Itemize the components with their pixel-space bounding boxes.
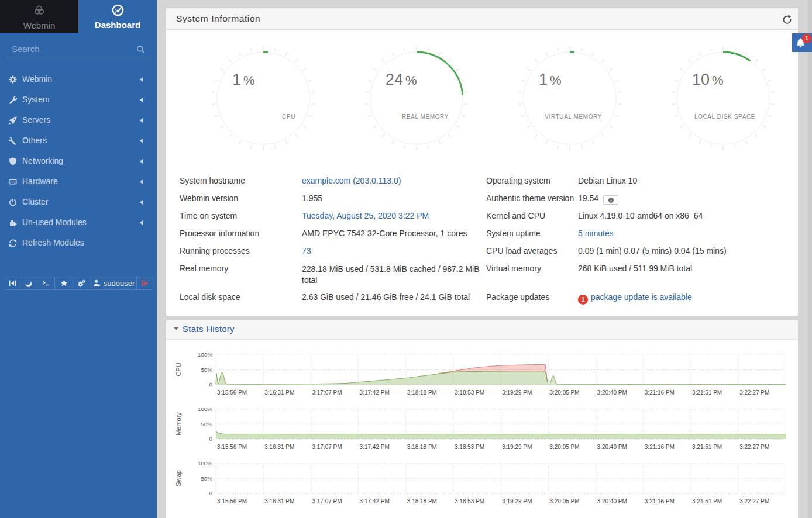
svg-text:3:16:31 PM: 3:16:31 PM: [264, 498, 294, 505]
svg-text:3:22:27 PM: 3:22:27 PM: [739, 444, 769, 450]
svg-text:3:17:42 PM: 3:17:42 PM: [360, 444, 390, 450]
svg-text:3:19:29 PM: 3:19:29 PM: [502, 389, 532, 396]
svg-text:1%: 1%: [232, 71, 255, 88]
svg-text:3:21:51 PM: 3:21:51 PM: [692, 498, 722, 505]
svg-text:3:18:18 PM: 3:18:18 PM: [407, 389, 437, 396]
svg-text:3:17:42 PM: 3:17:42 PM: [360, 498, 390, 505]
svg-text:3:16:31 PM: 3:16:31 PM: [264, 444, 294, 450]
svg-text:3:20:40 PM: 3:20:40 PM: [597, 444, 627, 450]
svg-text:3:18:53 PM: 3:18:53 PM: [455, 444, 484, 450]
svg-text:100%: 100%: [198, 406, 212, 412]
svg-text:3:20:40 PM: 3:20:40 PM: [597, 389, 627, 396]
svg-text:50%: 50%: [201, 475, 212, 482]
svg-text:VIRTUAL MEMORY: VIRTUAL MEMORY: [545, 113, 602, 120]
svg-text:3:18:18 PM: 3:18:18 PM: [407, 498, 437, 505]
svg-text:100%: 100%: [198, 351, 212, 358]
svg-text:LOCAL DISK SPACE: LOCAL DISK SPACE: [694, 113, 755, 120]
svg-text:3:18:18 PM: 3:18:18 PM: [407, 444, 437, 450]
svg-text:0: 0: [209, 436, 213, 442]
svg-text:CPU: CPU: [282, 113, 295, 120]
svg-text:Swap: Swap: [175, 470, 182, 486]
svg-text:50%: 50%: [201, 367, 212, 373]
svg-text:3:15:56 PM: 3:15:56 PM: [217, 444, 247, 450]
svg-text:100%: 100%: [198, 460, 212, 467]
svg-text:3:18:53 PM: 3:18:53 PM: [455, 389, 484, 396]
svg-text:3:19:29 PM: 3:19:29 PM: [502, 498, 532, 505]
svg-text:3:22:27 PM: 3:22:27 PM: [739, 389, 769, 396]
svg-text:3:20:05 PM: 3:20:05 PM: [549, 498, 579, 505]
svg-text:3:17:42 PM: 3:17:42 PM: [360, 389, 390, 396]
svg-text:Memory: Memory: [175, 412, 182, 436]
svg-text:3:15:56 PM: 3:15:56 PM: [217, 498, 247, 505]
svg-text:3:20:40 PM: 3:20:40 PM: [597, 498, 627, 505]
svg-text:10%: 10%: [692, 71, 724, 88]
svg-text:3:21:51 PM: 3:21:51 PM: [692, 389, 722, 396]
svg-text:0: 0: [209, 381, 213, 388]
svg-text:0: 0: [209, 490, 213, 496]
svg-text:50%: 50%: [201, 421, 212, 427]
svg-text:3:21:51 PM: 3:21:51 PM: [692, 444, 722, 450]
svg-text:3:20:05 PM: 3:20:05 PM: [549, 389, 579, 396]
svg-text:3:17:07 PM: 3:17:07 PM: [312, 444, 342, 450]
svg-text:24%: 24%: [386, 71, 417, 88]
svg-text:3:19:29 PM: 3:19:29 PM: [502, 444, 532, 450]
svg-text:3:20:05 PM: 3:20:05 PM: [549, 444, 579, 450]
svg-text:3:22:27 PM: 3:22:27 PM: [739, 498, 769, 505]
svg-text:3:15:56 PM: 3:15:56 PM: [217, 389, 247, 396]
svg-text:3:21:16 PM: 3:21:16 PM: [645, 389, 675, 396]
svg-text:3:21:16 PM: 3:21:16 PM: [645, 498, 675, 505]
svg-text:3:17:07 PM: 3:17:07 PM: [312, 498, 342, 505]
svg-text:1%: 1%: [539, 71, 562, 88]
svg-text:REAL MEMORY: REAL MEMORY: [402, 113, 449, 120]
svg-text:CPU: CPU: [175, 362, 182, 376]
svg-text:3:21:16 PM: 3:21:16 PM: [645, 444, 675, 450]
svg-text:3:18:53 PM: 3:18:53 PM: [455, 498, 484, 505]
svg-text:3:17:07 PM: 3:17:07 PM: [312, 389, 342, 396]
svg-text:3:16:31 PM: 3:16:31 PM: [264, 389, 294, 396]
